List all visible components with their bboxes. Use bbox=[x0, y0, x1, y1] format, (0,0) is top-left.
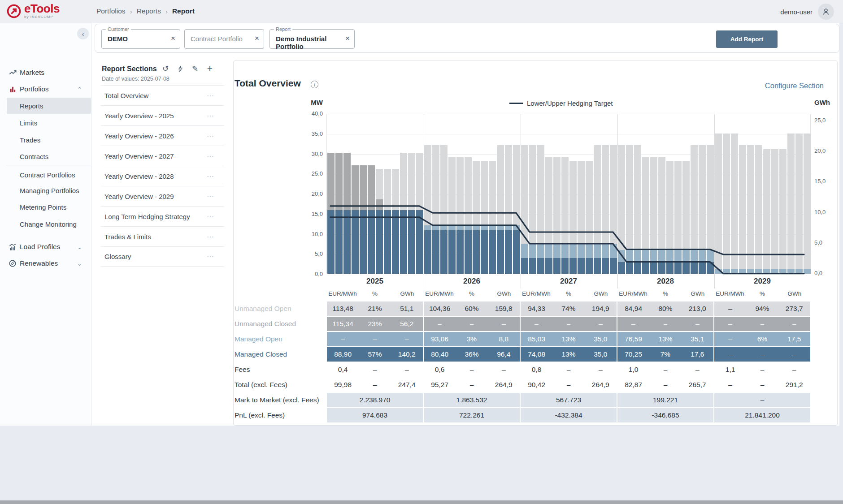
chevron-down-icon[interactable]: ⌄ bbox=[77, 260, 82, 267]
history-icon[interactable]: ↺ bbox=[161, 64, 170, 73]
sidebar-item-change-monitoring[interactable]: Change Monitoring bbox=[0, 216, 92, 232]
sidebar-item-label: Portfolios bbox=[20, 85, 49, 93]
more-options-icon[interactable]: ⋯ bbox=[207, 112, 214, 120]
table-cell: 51,1 bbox=[391, 302, 423, 316]
section-item-label: Glossary bbox=[104, 253, 131, 260]
table-cell: – bbox=[617, 317, 649, 331]
chevron-down-icon[interactable]: ⌄ bbox=[77, 244, 82, 250]
sidebar-item-reports[interactable]: Reports bbox=[7, 98, 91, 114]
more-options-icon[interactable]: ⋯ bbox=[207, 152, 214, 160]
sidebar-item-markets[interactable]: Markets bbox=[0, 66, 92, 79]
more-options-icon[interactable]: ⋯ bbox=[207, 172, 214, 181]
info-icon[interactable]: i bbox=[311, 81, 318, 88]
more-options-icon[interactable]: ⋯ bbox=[207, 132, 214, 140]
collapse-panel-button[interactable]: ‹ bbox=[77, 28, 89, 39]
add-section-icon[interactable]: + bbox=[205, 64, 214, 73]
table-cell: 567.723 bbox=[521, 393, 617, 407]
sidebar-item-metering-points[interactable]: Metering Points bbox=[0, 199, 92, 215]
table-cell: 17,5 bbox=[778, 332, 810, 346]
table-cell: 113,48 bbox=[327, 302, 359, 316]
table-row-group: 104,3660%159,8 bbox=[424, 302, 520, 316]
user-area: demo-user bbox=[780, 4, 834, 20]
line-chart-icon bbox=[8, 68, 17, 77]
section-item-long-term-hedging-strategy[interactable]: Long Term Hedging Strategy⋯ bbox=[101, 206, 224, 226]
report-filter[interactable]: Report Demo Industrial Portfolio × bbox=[269, 29, 355, 49]
more-options-icon[interactable]: ⋯ bbox=[207, 91, 214, 100]
column-header: % bbox=[552, 290, 585, 297]
section-item-yearly-overview-2029[interactable]: Yearly Overview - 2029⋯ bbox=[101, 186, 224, 206]
configure-section-link[interactable]: Configure Section bbox=[765, 82, 824, 90]
more-options-icon[interactable]: ⋯ bbox=[207, 233, 214, 241]
table-row-group: 974.683 bbox=[327, 408, 423, 422]
table-row-group: 1.863.532 bbox=[424, 393, 520, 407]
section-item-trades-limits[interactable]: Trades & Limits⋯ bbox=[101, 226, 224, 246]
table-cell: 194,9 bbox=[585, 302, 617, 316]
table-cell: – bbox=[359, 332, 391, 346]
table-cell: 21.841.200 bbox=[714, 408, 810, 422]
table-cell: – bbox=[649, 362, 681, 377]
sidebar-divider bbox=[7, 165, 91, 165]
section-item-yearly-overview-2028[interactable]: Yearly Overview - 2028⋯ bbox=[101, 166, 224, 186]
target-line-swatch bbox=[509, 103, 523, 104]
column-header: GWh bbox=[488, 290, 520, 297]
table-cell: 56,2 bbox=[391, 317, 423, 331]
add-report-button[interactable]: Add Report bbox=[716, 30, 778, 48]
logo-title: eTools bbox=[24, 3, 60, 14]
chevron-up-icon[interactable]: ⌃ bbox=[77, 86, 82, 93]
table-row-group: 90,42–264,9 bbox=[521, 378, 617, 392]
section-item-glossary[interactable]: Glossary⋯ bbox=[101, 246, 224, 267]
upper-hedging-target-line bbox=[330, 206, 804, 254]
table-cell: – bbox=[714, 317, 746, 331]
section-item-total-overview[interactable]: Total Overview⋯ bbox=[101, 85, 224, 105]
more-options-icon[interactable]: ⋯ bbox=[207, 252, 214, 261]
sidebar-item-contract-portfolios[interactable]: Contract Portfolios bbox=[0, 167, 92, 183]
sidebar-item-limits[interactable]: Limits bbox=[0, 115, 92, 131]
column-header: EUR/MWh bbox=[714, 290, 746, 297]
table-cell: – bbox=[778, 317, 810, 331]
year-label: 2029 bbox=[714, 277, 811, 286]
table-cell: – bbox=[585, 317, 617, 331]
table-cell: – bbox=[327, 332, 359, 346]
bar-chart-icon bbox=[8, 85, 17, 94]
table-cell: – bbox=[682, 362, 713, 377]
sidebar-item-managing-portfolios[interactable]: Managing Portfolios bbox=[0, 182, 92, 198]
more-options-icon[interactable]: ⋯ bbox=[207, 212, 214, 221]
table-cell: – bbox=[714, 378, 746, 392]
table-row-group: 85,0313%35,0 bbox=[521, 332, 617, 346]
hedging-target-lines bbox=[327, 114, 811, 274]
breadcrumb-reports[interactable]: Reports bbox=[137, 7, 161, 15]
clear-portfolio-icon[interactable]: × bbox=[255, 34, 259, 43]
column-header: GWh bbox=[391, 290, 423, 297]
table-cell: 104,36 bbox=[424, 302, 456, 316]
sidebar-item-label: Change Monitoring bbox=[20, 220, 77, 228]
table-cell: – bbox=[359, 362, 391, 377]
edit-pencil-icon[interactable]: ✎ bbox=[191, 64, 200, 73]
contract-portfolio-filter[interactable]: Contract Portfolio × bbox=[184, 29, 264, 49]
section-item-yearly-overview-2025[interactable]: Yearly Overview - 2025⋯ bbox=[101, 105, 224, 125]
sidebar-item-label: Contracts bbox=[20, 153, 48, 160]
contract-portfolio-placeholder: Contract Portfolio bbox=[191, 35, 243, 43]
column-header: GWh bbox=[682, 290, 714, 297]
section-item-yearly-overview-2027[interactable]: Yearly Overview - 2027⋯ bbox=[101, 146, 224, 166]
more-options-icon[interactable]: ⋯ bbox=[207, 192, 214, 201]
user-avatar[interactable] bbox=[818, 4, 834, 20]
axis-left-tick: 0,0 bbox=[303, 271, 323, 277]
axis-right-tick: 15,0 bbox=[814, 178, 826, 185]
table-cell: 84,94 bbox=[617, 302, 649, 316]
clear-report-icon[interactable]: × bbox=[345, 34, 350, 43]
sidebar-item-load-profiles[interactable]: Load Profiles⌄ bbox=[0, 240, 92, 254]
sidebar-item-contracts[interactable]: Contracts bbox=[0, 148, 92, 164]
sidebar-item-trades[interactable]: Trades bbox=[0, 132, 92, 148]
clear-customer-icon[interactable]: × bbox=[171, 34, 175, 43]
table-row-group: 70,257%17,6 bbox=[617, 347, 713, 362]
bolt-icon[interactable] bbox=[176, 64, 185, 73]
breadcrumb-portfolios[interactable]: Portfolios bbox=[96, 7, 126, 15]
sidebar-item-renewables[interactable]: Renewables⌄ bbox=[0, 257, 92, 270]
section-item-label: Yearly Overview - 2028 bbox=[104, 172, 174, 180]
sidebar-item-portfolios[interactable]: Portfolios⌃ bbox=[0, 82, 92, 96]
table-cell: 80% bbox=[649, 302, 681, 316]
app-logo[interactable]: eTools by INERCOMP bbox=[6, 3, 60, 19]
section-item-yearly-overview-2026[interactable]: Yearly Overview - 2026⋯ bbox=[101, 125, 224, 146]
customer-filter[interactable]: Customer DEMO × bbox=[101, 29, 180, 49]
table-cell: 95,27 bbox=[424, 378, 456, 392]
